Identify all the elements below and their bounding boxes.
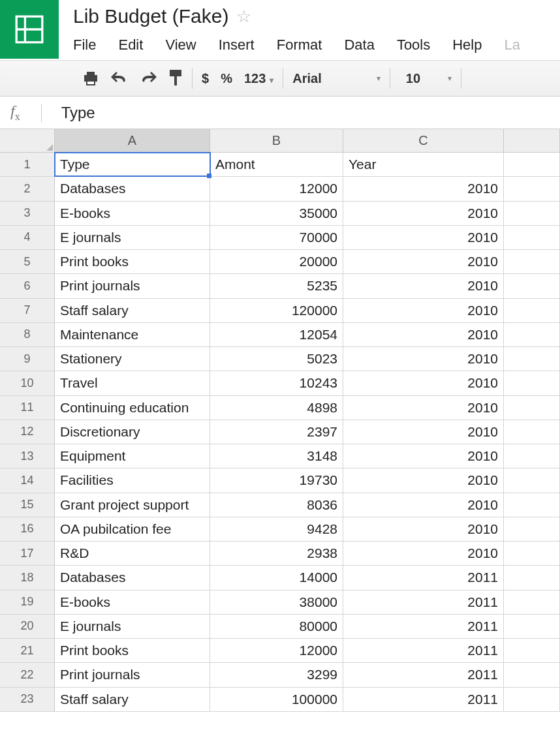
row-header[interactable]: 5: [0, 250, 55, 273]
cell[interactable]: 19730: [210, 468, 343, 492]
redo-icon[interactable]: [140, 72, 157, 85]
cell[interactable]: Stationery: [55, 347, 210, 371]
cell[interactable]: [504, 274, 560, 298]
row-header[interactable]: 1: [0, 153, 55, 176]
cell[interactable]: Print journals: [55, 274, 210, 298]
cell[interactable]: [504, 639, 560, 662]
row-header[interactable]: 2: [0, 177, 55, 200]
cell[interactable]: E-books: [55, 202, 210, 225]
row-header[interactable]: 20: [0, 615, 55, 638]
cell[interactable]: E-books: [55, 590, 210, 614]
cell[interactable]: [504, 566, 560, 589]
row-header[interactable]: 10: [0, 371, 55, 395]
row-header[interactable]: 17: [0, 542, 55, 565]
cell[interactable]: 120000: [210, 299, 343, 322]
cell[interactable]: 3299: [210, 663, 343, 686]
menu-file[interactable]: File: [73, 37, 96, 54]
sheets-logo[interactable]: [0, 0, 59, 59]
cell[interactable]: 2011: [343, 663, 504, 686]
row-header[interactable]: 8: [0, 323, 55, 346]
cell[interactable]: Discretionary: [55, 420, 210, 444]
row-header[interactable]: 6: [0, 274, 55, 298]
cell[interactable]: 14000: [210, 566, 343, 589]
cell[interactable]: 38000: [210, 590, 343, 614]
cell[interactable]: 2010: [343, 444, 504, 468]
cell[interactable]: OA pubilcation fee: [55, 517, 210, 541]
formula-input[interactable]: Type: [56, 104, 95, 122]
cell[interactable]: 12000: [210, 177, 343, 200]
cell[interactable]: 12054: [210, 323, 343, 346]
row-header[interactable]: 3: [0, 202, 55, 225]
menu-help[interactable]: Help: [452, 37, 482, 54]
cell[interactable]: [504, 396, 560, 420]
col-header-C[interactable]: C: [343, 129, 504, 152]
row-header[interactable]: 13: [0, 444, 55, 468]
row-header[interactable]: 22: [0, 663, 55, 686]
cell[interactable]: 2010: [343, 226, 504, 249]
cell[interactable]: [504, 323, 560, 346]
cell[interactable]: Print journals: [55, 663, 210, 686]
cell[interactable]: E journals: [55, 226, 210, 249]
cell[interactable]: Databases: [55, 566, 210, 589]
cell[interactable]: 2010: [343, 493, 504, 517]
cell[interactable]: [504, 542, 560, 565]
cell[interactable]: 2010: [343, 274, 504, 298]
row-header[interactable]: 18: [0, 566, 55, 589]
cell[interactable]: [504, 153, 560, 176]
cell[interactable]: Grant project support: [55, 493, 210, 517]
cell[interactable]: [504, 226, 560, 249]
cell[interactable]: 4898: [210, 396, 343, 420]
menu-last[interactable]: La: [504, 37, 520, 54]
row-header[interactable]: 21: [0, 639, 55, 662]
col-header-B[interactable]: B: [210, 129, 343, 152]
cell[interactable]: 20000: [210, 250, 343, 273]
cell[interactable]: Equipment: [55, 444, 210, 468]
cell[interactable]: [504, 590, 560, 614]
row-header[interactable]: 12: [0, 420, 55, 444]
cell[interactable]: Staff salary: [55, 299, 210, 322]
cell[interactable]: [504, 250, 560, 273]
cell[interactable]: [504, 444, 560, 468]
cell[interactable]: Databases: [55, 177, 210, 200]
row-header[interactable]: 9: [0, 347, 55, 371]
cell[interactable]: [504, 177, 560, 200]
row-header[interactable]: 11: [0, 396, 55, 420]
cell[interactable]: 2010: [343, 371, 504, 395]
cell[interactable]: 8036: [210, 493, 343, 517]
col-header-D[interactable]: [504, 129, 560, 152]
cell[interactable]: [504, 615, 560, 638]
cell[interactable]: 2010: [343, 468, 504, 492]
cell[interactable]: 2397: [210, 420, 343, 444]
row-header[interactable]: 4: [0, 226, 55, 249]
cell[interactable]: 2011: [343, 590, 504, 614]
print-icon[interactable]: [82, 71, 99, 85]
cell[interactable]: 3148: [210, 444, 343, 468]
cell[interactable]: 2011: [343, 639, 504, 662]
cell[interactable]: [504, 663, 560, 686]
cell[interactable]: E journals: [55, 615, 210, 638]
cell[interactable]: [504, 688, 560, 711]
cell[interactable]: Continuing education: [55, 396, 210, 420]
cell[interactable]: Type: [55, 153, 210, 176]
cell[interactable]: 2010: [343, 542, 504, 565]
star-icon[interactable]: ☆: [236, 7, 251, 27]
cell[interactable]: 2010: [343, 396, 504, 420]
cell[interactable]: Amont: [210, 153, 343, 176]
cell[interactable]: 2010: [343, 517, 504, 541]
row-header[interactable]: 15: [0, 493, 55, 517]
cell[interactable]: Maintenance: [55, 323, 210, 346]
cell[interactable]: 2011: [343, 615, 504, 638]
cell[interactable]: [504, 371, 560, 395]
cell[interactable]: 10243: [210, 371, 343, 395]
cell[interactable]: 9428: [210, 517, 343, 541]
cell[interactable]: Facilities: [55, 468, 210, 492]
cell[interactable]: 80000: [210, 615, 343, 638]
col-header-A[interactable]: A: [55, 129, 210, 152]
cell[interactable]: 2010: [343, 250, 504, 273]
row-header[interactable]: 19: [0, 590, 55, 614]
cell[interactable]: 2010: [343, 177, 504, 200]
cell[interactable]: 2011: [343, 688, 504, 711]
select-all-corner[interactable]: [0, 129, 55, 152]
cell[interactable]: 2938: [210, 542, 343, 565]
cell[interactable]: [504, 468, 560, 492]
